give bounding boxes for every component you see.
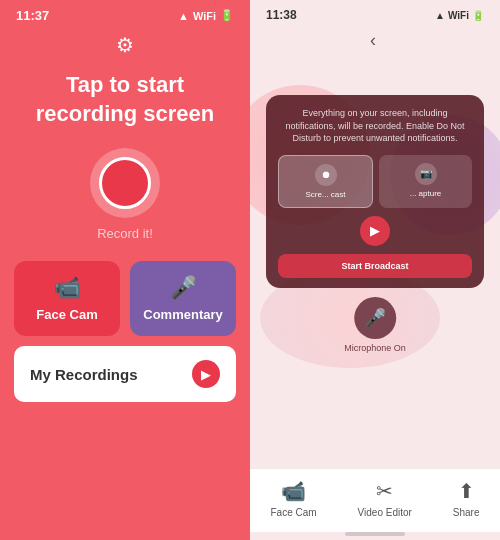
phone-screen-mockup: Everything on your screen, including not… <box>250 55 500 468</box>
record-button-area[interactable]: Record it! <box>90 148 160 241</box>
mic-area[interactable]: 🎤 Microphone On <box>344 297 406 353</box>
bottom-nav: 📹 Face Cam ✂ Video Editor ⬆ Share <box>250 468 500 532</box>
nav-item-share[interactable]: ⬆ Share <box>453 479 480 518</box>
action-buttons-row: 📹 Face Cam 🎤 Commentary <box>0 247 250 346</box>
face-cam-label: Face Cam <box>36 307 97 322</box>
back-button[interactable]: ‹ <box>250 26 500 55</box>
status-icons-right: ▲ WiFi 🔋 <box>435 10 484 21</box>
nav-video-editor-icon: ✂ <box>376 479 393 503</box>
broadcast-description: Everything on your screen, including not… <box>278 107 472 145</box>
left-panel: 11:37 ▲ WiFi 🔋 ⚙ Tap to start recording … <box>0 0 250 540</box>
broadcast-option-screen[interactable]: ⏺ Scre... cast <box>278 155 373 208</box>
record-inner-dot <box>99 157 151 209</box>
start-broadcast-label: Start Broadcast <box>341 261 408 271</box>
nav-item-face-cam[interactable]: 📹 Face Cam <box>270 479 316 518</box>
capture-option-icon: 📷 <box>415 163 437 185</box>
play-button[interactable]: ▶ <box>360 216 390 246</box>
time-right: 11:38 <box>266 8 297 22</box>
main-title: Tap to start recording screen <box>0 57 250 138</box>
home-indicator <box>345 532 405 536</box>
broadcast-options: ⏺ Scre... cast 📷 ... apture <box>278 155 472 208</box>
recordings-text: My Recordings <box>30 366 138 383</box>
settings-button[interactable]: ⚙ <box>116 33 134 57</box>
start-broadcast-button[interactable]: Start Broadcast <box>278 254 472 278</box>
wifi-icon-right: WiFi <box>448 10 469 21</box>
nav-face-cam-label: Face Cam <box>270 507 316 518</box>
nav-share-label: Share <box>453 507 480 518</box>
right-panel: 11:38 ▲ WiFi 🔋 ‹ Everything on your scre… <box>250 0 500 540</box>
wifi-icon: WiFi <box>193 10 216 22</box>
screen-option-icon: ⏺ <box>315 164 337 186</box>
commentary-icon: 🎤 <box>170 275 197 301</box>
face-cam-button[interactable]: 📹 Face Cam <box>14 261 120 336</box>
battery-icon: 🔋 <box>220 9 234 22</box>
broadcast-option-capture[interactable]: 📷 ... apture <box>379 155 472 208</box>
record-outer-circle[interactable] <box>90 148 160 218</box>
screen-option-label: Scre... cast <box>305 190 345 199</box>
my-recordings-bar[interactable]: My Recordings ▶ <box>14 346 236 402</box>
face-cam-icon: 📹 <box>54 275 81 301</box>
time-left: 11:37 <box>16 8 49 23</box>
nav-share-icon: ⬆ <box>458 479 475 503</box>
arrow-icon: ▶ <box>201 367 211 382</box>
back-icon: ‹ <box>370 30 376 50</box>
nav-video-editor-label: Video Editor <box>358 507 412 518</box>
broadcast-popup: Everything on your screen, including not… <box>266 95 484 288</box>
capture-option-label: ... apture <box>410 189 442 198</box>
settings-container: ⚙ <box>0 27 250 57</box>
status-bar-left: 11:37 ▲ WiFi 🔋 <box>0 0 250 27</box>
commentary-label: Commentary <box>143 307 222 322</box>
mic-label: Microphone On <box>344 343 406 353</box>
commentary-button[interactable]: 🎤 Commentary <box>130 261 236 336</box>
status-icons-left: ▲ WiFi 🔋 <box>178 9 234 22</box>
recordings-arrow: ▶ <box>192 360 220 388</box>
nav-item-video-editor[interactable]: ✂ Video Editor <box>358 479 412 518</box>
signal-icon-right: ▲ <box>435 10 445 21</box>
nav-face-cam-icon: 📹 <box>281 479 306 503</box>
signal-icon: ▲ <box>178 10 189 22</box>
microphone-button[interactable]: 🎤 <box>354 297 396 339</box>
status-bar-right: 11:38 ▲ WiFi 🔋 <box>250 0 500 26</box>
battery-icon-right: 🔋 <box>472 10 484 21</box>
record-label: Record it! <box>97 226 153 241</box>
gear-icon: ⚙ <box>116 34 134 56</box>
